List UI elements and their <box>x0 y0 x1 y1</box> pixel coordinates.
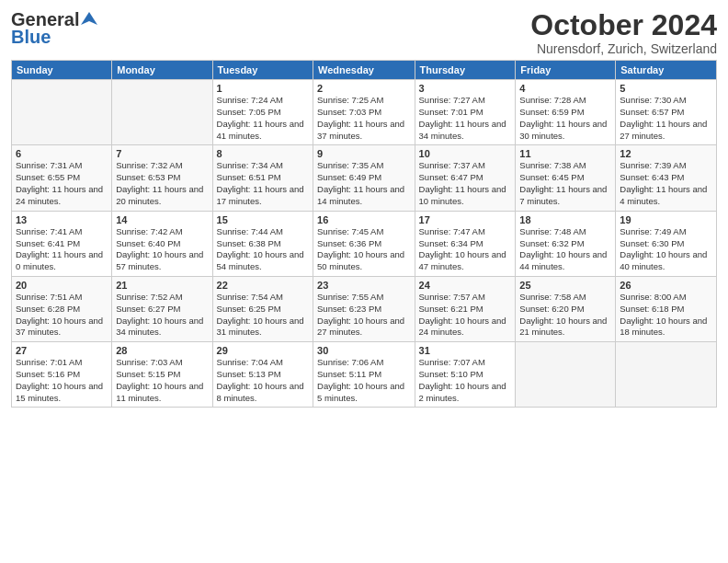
sunrise: Sunrise: 7:39 AM <box>620 160 686 170</box>
day-number: 23 <box>317 280 411 291</box>
calendar-cell: 28Sunrise: 7:03 AMSunset: 5:15 PMDayligh… <box>112 342 212 408</box>
sunset: Sunset: 5:11 PM <box>317 369 381 379</box>
daylight: Daylight: 10 hours and 50 minutes. <box>317 249 404 271</box>
calendar-cell: 24Sunrise: 7:57 AMSunset: 6:21 PMDayligh… <box>415 276 516 341</box>
calendar-cell: 31Sunrise: 7:07 AMSunset: 5:10 PMDayligh… <box>415 342 516 408</box>
daylight: Daylight: 11 hours and 41 minutes. <box>217 119 304 141</box>
day-number: 28 <box>116 345 208 356</box>
day-number: 3 <box>419 83 512 94</box>
weekday-header: Sunday <box>12 61 112 80</box>
day-number: 18 <box>519 214 611 225</box>
day-number: 15 <box>217 214 309 225</box>
day-info: Sunrise: 7:47 AMSunset: 6:34 PMDaylight:… <box>419 226 512 273</box>
daylight: Daylight: 11 hours and 17 minutes. <box>217 184 304 206</box>
day-info: Sunrise: 7:54 AMSunset: 6:25 PMDaylight:… <box>217 292 309 339</box>
day-info: Sunrise: 7:01 AMSunset: 5:16 PMDaylight:… <box>16 357 108 404</box>
day-info: Sunrise: 7:30 AMSunset: 6:57 PMDaylight:… <box>620 95 712 142</box>
day-number: 24 <box>419 280 512 291</box>
sunset: Sunset: 6:21 PM <box>419 304 483 314</box>
calendar-cell: 22Sunrise: 7:54 AMSunset: 6:25 PMDayligh… <box>212 276 313 341</box>
daylight: Daylight: 10 hours and 18 minutes. <box>620 316 707 338</box>
calendar-cell <box>516 342 616 408</box>
calendar-cell: 2Sunrise: 7:25 AMSunset: 7:03 PMDaylight… <box>313 80 415 145</box>
daylight: Daylight: 11 hours and 34 minutes. <box>419 119 506 141</box>
sunrise: Sunrise: 7:51 AM <box>16 292 82 302</box>
day-number: 9 <box>317 148 411 159</box>
title-block: October 2024 Nurensdorf, Zurich, Switzer… <box>530 9 717 56</box>
sunrise: Sunrise: 7:32 AM <box>116 160 182 170</box>
sunset: Sunset: 6:59 PM <box>519 107 584 117</box>
weekday-header: Saturday <box>616 61 717 80</box>
sunset: Sunset: 5:10 PM <box>419 369 483 379</box>
sunset: Sunset: 6:43 PM <box>620 172 684 182</box>
calendar-cell: 11Sunrise: 7:38 AMSunset: 6:45 PMDayligh… <box>516 145 616 211</box>
daylight: Daylight: 10 hours and 15 minutes. <box>16 381 103 403</box>
sunrise: Sunrise: 7:47 AM <box>419 226 485 236</box>
day-info: Sunrise: 7:49 AMSunset: 6:30 PMDaylight:… <box>620 226 712 273</box>
sunrise: Sunrise: 7:49 AM <box>620 226 686 236</box>
day-number: 1 <box>217 83 309 94</box>
sunset: Sunset: 5:15 PM <box>116 369 180 379</box>
day-info: Sunrise: 8:00 AMSunset: 6:18 PMDaylight:… <box>620 292 712 339</box>
daylight: Daylight: 11 hours and 0 minutes. <box>16 249 103 271</box>
day-info: Sunrise: 7:07 AMSunset: 5:10 PMDaylight:… <box>419 357 512 404</box>
daylight: Daylight: 10 hours and 31 minutes. <box>217 316 304 338</box>
calendar-cell: 21Sunrise: 7:52 AMSunset: 6:27 PMDayligh… <box>112 276 212 341</box>
calendar-cell: 30Sunrise: 7:06 AMSunset: 5:11 PMDayligh… <box>313 342 415 408</box>
sunrise: Sunrise: 7:44 AM <box>217 226 283 236</box>
svg-marker-0 <box>81 12 97 25</box>
calendar-cell: 27Sunrise: 7:01 AMSunset: 5:16 PMDayligh… <box>12 342 112 408</box>
daylight: Daylight: 10 hours and 37 minutes. <box>16 316 103 338</box>
sunrise: Sunrise: 7:52 AM <box>116 292 182 302</box>
logo-blue-text: Blue <box>11 27 51 48</box>
sunrise: Sunrise: 7:38 AM <box>519 160 586 170</box>
day-number: 22 <box>217 280 309 291</box>
location: Nurensdorf, Zurich, Switzerland <box>530 41 717 56</box>
day-info: Sunrise: 7:48 AMSunset: 6:32 PMDaylight:… <box>519 226 611 273</box>
calendar-cell: 4Sunrise: 7:28 AMSunset: 6:59 PMDaylight… <box>516 80 616 145</box>
sunset: Sunset: 6:38 PM <box>217 238 281 248</box>
day-number: 29 <box>217 345 309 356</box>
sunrise: Sunrise: 7:58 AM <box>519 292 586 302</box>
calendar-week-row: 20Sunrise: 7:51 AMSunset: 6:28 PMDayligh… <box>12 276 717 341</box>
sunset: Sunset: 5:13 PM <box>217 369 281 379</box>
sunrise: Sunrise: 7:07 AM <box>419 357 485 367</box>
sunset: Sunset: 7:03 PM <box>317 107 381 117</box>
day-number: 2 <box>317 83 411 94</box>
daylight: Daylight: 10 hours and 44 minutes. <box>519 249 607 271</box>
day-number: 27 <box>16 345 108 356</box>
calendar-cell: 8Sunrise: 7:34 AMSunset: 6:51 PMDaylight… <box>212 145 313 211</box>
day-number: 4 <box>519 83 611 94</box>
daylight: Daylight: 11 hours and 10 minutes. <box>419 184 506 206</box>
month-title: October 2024 <box>530 9 717 41</box>
sunset: Sunset: 6:49 PM <box>317 172 381 182</box>
calendar-cell <box>12 80 112 145</box>
calendar-cell: 9Sunrise: 7:35 AMSunset: 6:49 PMDaylight… <box>313 145 415 211</box>
page-header: General Blue October 2024 Nurensdorf, Zu… <box>11 9 717 56</box>
day-info: Sunrise: 7:24 AMSunset: 7:05 PMDaylight:… <box>217 95 309 142</box>
day-number: 30 <box>317 345 411 356</box>
sunset: Sunset: 6:23 PM <box>317 304 381 314</box>
daylight: Daylight: 10 hours and 5 minutes. <box>317 381 404 403</box>
sunset: Sunset: 6:34 PM <box>419 238 483 248</box>
day-info: Sunrise: 7:31 AMSunset: 6:55 PMDaylight:… <box>16 160 108 207</box>
sunrise: Sunrise: 7:04 AM <box>217 357 283 367</box>
day-info: Sunrise: 7:04 AMSunset: 5:13 PMDaylight:… <box>217 357 309 404</box>
calendar-cell <box>616 342 717 408</box>
daylight: Daylight: 10 hours and 8 minutes. <box>217 381 304 403</box>
daylight: Daylight: 10 hours and 21 minutes. <box>519 316 607 338</box>
daylight: Daylight: 11 hours and 20 minutes. <box>116 184 203 206</box>
calendar-week-row: 27Sunrise: 7:01 AMSunset: 5:16 PMDayligh… <box>12 342 717 408</box>
sunrise: Sunrise: 7:27 AM <box>419 95 485 105</box>
day-number: 11 <box>519 148 611 159</box>
weekday-header: Friday <box>516 61 616 80</box>
calendar-cell: 16Sunrise: 7:45 AMSunset: 6:36 PMDayligh… <box>313 211 415 276</box>
day-number: 12 <box>620 148 712 159</box>
calendar-cell <box>112 80 212 145</box>
day-info: Sunrise: 7:03 AMSunset: 5:15 PMDaylight:… <box>116 357 208 404</box>
day-info: Sunrise: 7:52 AMSunset: 6:27 PMDaylight:… <box>116 292 208 339</box>
day-number: 8 <box>217 148 309 159</box>
day-info: Sunrise: 7:57 AMSunset: 6:21 PMDaylight:… <box>419 292 512 339</box>
day-number: 26 <box>620 280 712 291</box>
day-info: Sunrise: 7:35 AMSunset: 6:49 PMDaylight:… <box>317 160 411 207</box>
